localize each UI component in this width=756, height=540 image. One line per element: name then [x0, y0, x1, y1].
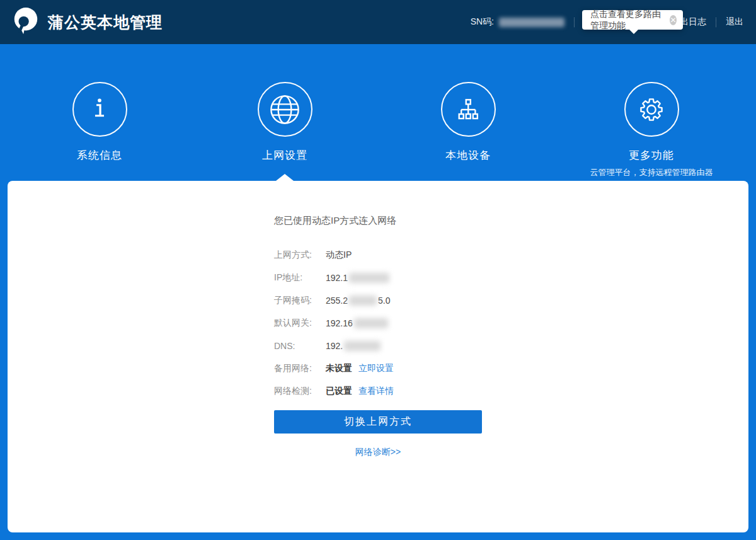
redacted-value [344, 341, 381, 351]
row-label: IP地址: [274, 272, 326, 284]
nav-bar: 系统信息 上网设置 [0, 44, 756, 181]
close-icon[interactable]: ✕ [670, 15, 677, 25]
redacted-value [349, 273, 389, 283]
app-title: 蒲公英本地管理 [48, 12, 163, 33]
row-backup-network: 备用网络: 未设置 立即设置 [274, 357, 482, 380]
row-value: 255.2 5.0 [326, 296, 391, 306]
value-prefix: 192. [326, 341, 343, 351]
network-diagnosis-link[interactable]: 网络诊断>> [274, 447, 482, 458]
row-value: 192.1 [326, 273, 391, 283]
switch-connection-type-button[interactable]: 切换上网方式 [274, 410, 482, 434]
row-label: 网络检测: [274, 386, 326, 397]
row-ip-address: IP地址: 192.1 [274, 267, 482, 289]
value-suffix: 5.0 [378, 296, 390, 306]
row-label: 上网方式: [274, 250, 326, 261]
value-prefix: 192.16 [326, 318, 353, 328]
globe-icon [258, 82, 312, 137]
row-label: 子网掩码: [274, 295, 326, 306]
row-connection-type: 上网方式: 动态IP [274, 244, 482, 267]
divider [574, 18, 575, 27]
row-value: 192.16 [326, 318, 389, 328]
internet-settings-panel: 您已使用动态IP方式连入网络 上网方式: 动态IP IP地址: 192.1 子网… [274, 181, 482, 458]
value-prefix: 192.1 [326, 273, 348, 283]
content-card: 您已使用动态IP方式连入网络 上网方式: 动态IP IP地址: 192.1 子网… [8, 181, 748, 532]
row-label: DNS: [274, 341, 326, 351]
view-details-link[interactable]: 查看详情 [358, 386, 394, 397]
nav-item-label: 系统信息 [77, 148, 122, 163]
dandelion-logo-icon [11, 6, 40, 38]
row-label: 备用网络: [274, 363, 326, 374]
divider [716, 18, 716, 27]
row-value: 192. [326, 341, 382, 351]
row-network-detection: 网络检测: 已设置 查看详情 [274, 380, 482, 403]
connection-details: 上网方式: 动态IP IP地址: 192.1 子网掩码: 255.2 5.0 [274, 244, 482, 403]
value-status: 已设置 [326, 386, 352, 397]
setup-now-link[interactable]: 立即设置 [358, 363, 394, 374]
row-label: 默认网关: [274, 318, 326, 329]
row-dns: DNS: 192. [274, 335, 482, 357]
nav-item-label: 更多功能 [629, 148, 674, 163]
tooltip-bubble: 点击查看更多路由管理功能 ✕ [582, 10, 683, 30]
sn-label: SN码: [471, 16, 494, 28]
nav-item-more-features[interactable]: 点击查看更多路由管理功能 ✕ 更多功能 云管理平台，支持远程管理路由器 [582, 44, 721, 181]
row-subnet-mask: 子网掩码: 255.2 5.0 [274, 289, 482, 312]
header-left: 蒲公英本地管理 [11, 6, 163, 38]
nav-item-local-devices[interactable]: 本地设备 [399, 44, 537, 181]
nav-item-internet-settings[interactable]: 上网设置 [215, 44, 354, 181]
devices-tree-icon [441, 82, 496, 137]
active-tab-caret [276, 174, 294, 181]
row-value: 已设置 查看详情 [326, 386, 394, 397]
redacted-value [349, 296, 377, 306]
tooltip-text: 点击查看更多路由管理功能 [590, 9, 664, 32]
row-value: 未设置 立即设置 [326, 363, 394, 374]
gear-icon [624, 82, 679, 137]
nav-item-label: 本地设备 [445, 148, 491, 163]
nav-item-subtitle: 云管理平台，支持远程管理路由器 [590, 167, 713, 178]
redacted-value [354, 318, 388, 328]
logout-link[interactable]: 退出 [726, 16, 743, 28]
nav-item-label: 上网设置 [262, 148, 307, 163]
connection-status-heading: 您已使用动态IP方式连入网络 [274, 215, 482, 227]
sn-redacted-value [499, 18, 564, 27]
nav-item-system-info[interactable]: 系统信息 [30, 44, 169, 181]
sn-code: SN码: [471, 16, 564, 28]
value-status: 未设置 [326, 363, 352, 374]
row-default-gateway: 默认网关: 192.16 [274, 312, 482, 335]
value-prefix: 255.2 [326, 296, 348, 306]
row-value: 动态IP [326, 250, 352, 261]
info-icon [72, 82, 127, 137]
